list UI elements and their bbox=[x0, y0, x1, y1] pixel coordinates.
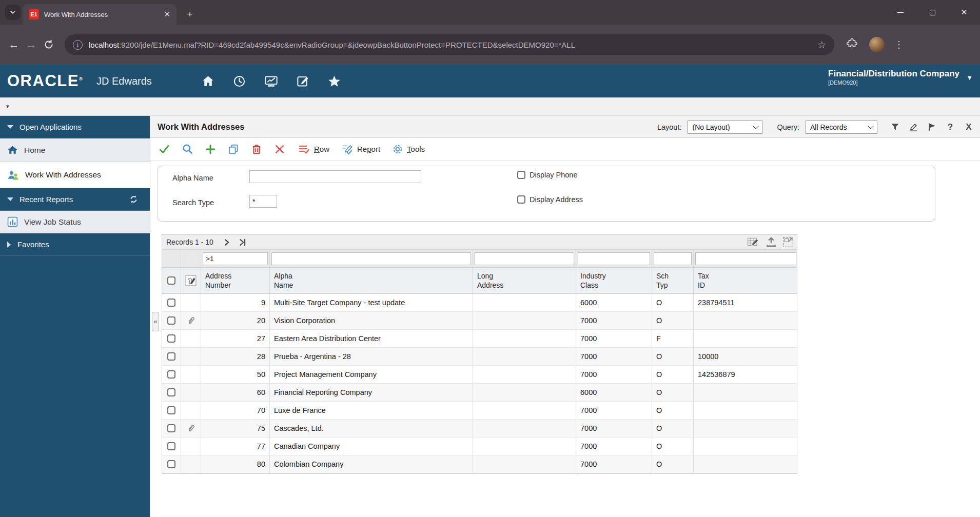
select-all-checkbox[interactable] bbox=[167, 276, 175, 285]
table-row[interactable]: 20 Vision Corporation 7000 O bbox=[162, 312, 797, 330]
table-row[interactable]: 77 Canadian Company 7000 O bbox=[162, 438, 797, 455]
row-checkbox[interactable] bbox=[167, 424, 175, 432]
row-checkbox[interactable] bbox=[167, 388, 175, 396]
section-favorites[interactable]: Favorites bbox=[0, 233, 150, 256]
browser-menu-button[interactable]: ⋮ bbox=[894, 39, 904, 50]
browser-tab[interactable]: E1 Work With Addresses ✕ bbox=[23, 4, 177, 25]
run-query-button[interactable] bbox=[926, 121, 938, 133]
qbe-alpha-name-input[interactable] bbox=[271, 252, 471, 265]
browser-profile-avatar[interactable] bbox=[869, 37, 885, 52]
attachment-column-header[interactable] bbox=[181, 268, 201, 293]
url-path: :9200/jde/E1Menu.maf?RID=469cd2fab499549… bbox=[119, 41, 575, 49]
back-button[interactable]: ← bbox=[5, 36, 23, 53]
site-info-icon[interactable]: i bbox=[73, 40, 83, 50]
maximize-grid-button[interactable] bbox=[782, 236, 794, 250]
address-bar[interactable]: i localhost:9200/jde/E1Menu.maf?RID=469c… bbox=[65, 34, 834, 55]
next-page-button[interactable] bbox=[223, 238, 230, 246]
window-close-button[interactable]: ✕ bbox=[948, 0, 980, 25]
row-checkbox[interactable] bbox=[167, 334, 175, 343]
carousel-strip: ▾ bbox=[0, 97, 980, 116]
sidebar-item-home[interactable]: Home bbox=[0, 138, 150, 162]
watchlist-icon[interactable] bbox=[264, 74, 279, 88]
report-menu[interactable]: Report bbox=[341, 144, 380, 154]
last-page-button[interactable] bbox=[239, 238, 246, 246]
table-row[interactable]: 28 Prueba - Argentina - 28 7000 O 10000 bbox=[162, 348, 797, 366]
column-header-address-number[interactable]: Address Number bbox=[201, 268, 270, 293]
column-header-long-address[interactable]: Long Address bbox=[473, 268, 576, 293]
cell-alpha-name: Luxe de France bbox=[274, 406, 326, 414]
customize-grid-button[interactable] bbox=[747, 236, 760, 250]
column-header-sch-typ[interactable]: Sch Typ bbox=[652, 268, 694, 293]
search-type-input[interactable] bbox=[249, 195, 277, 208]
section-open-applications[interactable]: Open Applications bbox=[0, 116, 150, 138]
table-row[interactable]: 80 Colombian Company 7000 O bbox=[162, 455, 797, 473]
environment-selector[interactable]: Financial/Distribution Company [DEMO920] bbox=[828, 69, 959, 86]
row-checkbox[interactable] bbox=[167, 299, 175, 307]
sidebar-collapse-handle[interactable]: « bbox=[152, 312, 159, 331]
close-application-button[interactable]: X bbox=[963, 121, 975, 133]
home-nav-icon[interactable] bbox=[201, 74, 215, 88]
qbe-industry-class-input[interactable] bbox=[578, 252, 650, 265]
find-button[interactable] bbox=[181, 143, 194, 156]
forward-button[interactable]: → bbox=[23, 36, 40, 53]
qbe-long-address-input[interactable] bbox=[475, 252, 574, 265]
tab-search-button[interactable] bbox=[5, 5, 21, 20]
extensions-button[interactable] bbox=[847, 38, 858, 51]
tab-close-icon[interactable]: ✕ bbox=[164, 10, 170, 19]
table-row[interactable]: 50 Project Management Company 7000 O 142… bbox=[162, 366, 797, 384]
environment-caret-icon[interactable]: ▼ bbox=[966, 74, 973, 82]
carousel-caret-icon[interactable]: ▾ bbox=[6, 103, 9, 110]
qbe-address-number-input[interactable] bbox=[203, 252, 268, 265]
row-checkbox[interactable] bbox=[167, 352, 175, 361]
copy-button[interactable] bbox=[227, 143, 240, 156]
job-status-chart-icon bbox=[7, 216, 18, 227]
recent-history-icon[interactable] bbox=[232, 74, 246, 88]
table-row[interactable]: 27 Eastern Area Distribution Center 7000… bbox=[162, 330, 797, 348]
browser-toolbar: ← → i localhost:9200/jde/E1Menu.maf?RID=… bbox=[0, 25, 980, 65]
tools-menu[interactable]: Tools bbox=[392, 144, 425, 155]
row-checkbox[interactable] bbox=[167, 442, 175, 450]
favorites-star-icon[interactable] bbox=[327, 74, 341, 88]
row-checkbox[interactable] bbox=[167, 460, 175, 468]
qbe-sch-typ-input[interactable] bbox=[654, 252, 692, 265]
refresh-icon[interactable] bbox=[129, 194, 139, 206]
table-row[interactable]: 70 Luxe de France 7000 O bbox=[162, 402, 797, 420]
reload-button[interactable] bbox=[40, 36, 57, 53]
window-minimize-button[interactable] bbox=[885, 0, 916, 25]
close-button[interactable] bbox=[273, 143, 286, 156]
column-header-industry-class[interactable]: Industry Class bbox=[576, 268, 652, 293]
column-header-tax-id[interactable]: Tax ID bbox=[694, 268, 798, 293]
export-grid-button[interactable] bbox=[766, 236, 777, 250]
alpha-name-input[interactable] bbox=[249, 170, 421, 183]
table-row[interactable]: 9 Multi-Site Target Company - test updat… bbox=[162, 294, 797, 312]
chevron-down-icon bbox=[753, 123, 759, 129]
select-button[interactable] bbox=[158, 143, 171, 156]
table-row[interactable]: 75 Cascades, Ltd. 7000 O bbox=[162, 420, 797, 438]
edit-query-button[interactable] bbox=[907, 121, 919, 133]
row-checkbox[interactable] bbox=[167, 406, 175, 414]
row-menu[interactable]: Row bbox=[298, 144, 329, 154]
delete-button[interactable] bbox=[250, 143, 263, 156]
help-button[interactable]: ? bbox=[944, 121, 956, 133]
display-address-checkbox[interactable] bbox=[517, 195, 525, 204]
grid-header-row: Address Number Alpha Name Long Address I… bbox=[162, 268, 797, 294]
display-phone-checkbox[interactable] bbox=[517, 171, 525, 179]
window-maximize-button[interactable] bbox=[916, 0, 948, 25]
sidebar-item-work-with-addresses[interactable]: Work With Addresses bbox=[0, 162, 150, 188]
qbe-tax-id-input[interactable] bbox=[695, 252, 796, 265]
add-button[interactable] bbox=[204, 143, 217, 156]
bookmark-star-icon[interactable]: ☆ bbox=[817, 39, 826, 51]
url-text[interactable]: localhost:9200/jde/E1Menu.maf?RID=469cd2… bbox=[89, 41, 812, 49]
compose-icon[interactable] bbox=[296, 74, 310, 88]
query-select[interactable]: All Records bbox=[806, 121, 877, 134]
table-row[interactable]: 60 Financial Reporting Company 6000 O bbox=[162, 384, 797, 402]
new-tab-button[interactable]: + bbox=[183, 7, 197, 22]
row-checkbox[interactable] bbox=[167, 370, 175, 379]
row-checkbox[interactable] bbox=[167, 316, 175, 325]
cell-industry-class: 7000 bbox=[580, 424, 597, 432]
sidebar-item-view-job-status[interactable]: View Job Status bbox=[0, 211, 150, 233]
section-recent-reports[interactable]: Recent Reports bbox=[0, 188, 150, 211]
filter-button[interactable] bbox=[889, 121, 901, 133]
layout-select[interactable]: (No Layout) bbox=[688, 121, 762, 134]
column-header-alpha-name[interactable]: Alpha Name bbox=[270, 268, 473, 293]
